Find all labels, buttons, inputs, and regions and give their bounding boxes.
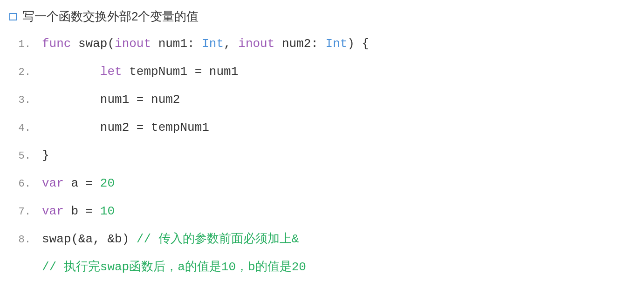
line-content: var b = 10 <box>42 202 115 221</box>
line-content: func swap(inout num1: Int, inout num2: I… <box>42 35 369 53</box>
code-segment: 10 <box>100 204 115 218</box>
line-content: var a = 20 <box>42 174 115 193</box>
code-segment: 20 <box>100 176 115 190</box>
code-line: 1.func swap(inout num1: Int, inout num2:… <box>9 35 630 59</box>
line-number: 7. <box>9 206 31 218</box>
line-number: 4. <box>9 122 31 134</box>
code-line: 4. num2 = tempNum1 <box>9 119 630 143</box>
line-content: num1 = num2 <box>42 91 180 109</box>
line-number: 5. <box>9 150 31 162</box>
header-line: 写一个函数交换外部2个变量的值 <box>9 8 630 25</box>
code-segment: inout <box>238 37 274 51</box>
code-segment: num1: <box>151 37 202 51</box>
code-segment: , <box>224 37 238 51</box>
code-segment: func <box>42 37 78 51</box>
code-container: 写一个函数交换外部2个变量的值 1.func swap(inout num1: … <box>0 0 644 281</box>
code-line: 7.var b = 10 <box>9 202 630 227</box>
comment-full-line: // 执行完swap函数后，a的值是10，b的值是20 <box>9 258 630 281</box>
code-segment: swap(&a, &b) <box>42 232 137 246</box>
square-icon <box>9 13 17 20</box>
code-line: 5.} <box>9 147 630 171</box>
code-segment <box>42 65 100 79</box>
code-segment: Int <box>202 37 224 51</box>
code-segment: swap( <box>78 37 115 51</box>
code-segment: Int <box>326 37 348 51</box>
code-segment: num2 = tempNum1 <box>42 120 209 134</box>
code-line: 2. let tempNum1 = num1 <box>9 63 630 87</box>
code-segment: num1 = num2 <box>42 93 180 107</box>
line-content: let tempNum1 = num1 <box>42 63 238 81</box>
code-segment: var <box>42 176 64 190</box>
code-line: 6.var a = 20 <box>9 174 630 199</box>
code-segment: inout <box>115 37 151 51</box>
line-number: 1. <box>9 39 31 50</box>
code-line: 3. num1 = num2 <box>9 91 630 115</box>
line-content: num2 = tempNum1 <box>42 119 209 137</box>
code-segment: a = <box>64 176 100 190</box>
header-text: 写一个函数交换外部2个变量的值 <box>22 8 199 25</box>
code-line: 8.swap(&a, &b) // 传入的参数前面必须加上& <box>9 230 630 254</box>
code-segment: ) { <box>347 37 369 51</box>
code-segment: var <box>42 204 64 218</box>
code-segment: num2: <box>274 37 325 51</box>
line-number: 8. <box>9 234 31 246</box>
code-segment: // 传入的参数前面必须加上& <box>137 232 299 246</box>
line-number: 6. <box>9 178 31 190</box>
code-segment: tempNum1 = num1 <box>122 65 239 79</box>
code-lines: 1.func swap(inout num1: Int, inout num2:… <box>9 35 630 254</box>
line-number: 2. <box>9 67 31 78</box>
line-number: 3. <box>9 94 31 106</box>
line-content: } <box>42 147 49 165</box>
code-segment: b = <box>64 204 100 218</box>
code-segment: } <box>42 148 49 162</box>
code-segment: let <box>100 65 122 79</box>
comment-full-text: // 执行完swap函数后，a的值是10，b的值是20 <box>42 258 306 276</box>
line-content: swap(&a, &b) // 传入的参数前面必须加上& <box>42 230 299 248</box>
